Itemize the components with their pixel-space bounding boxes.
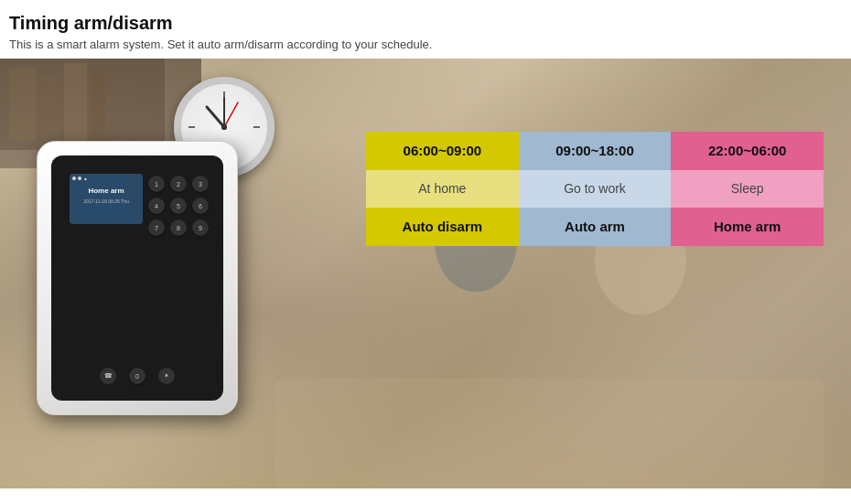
screen-date-text: 2017-11-18 09:25 Thu [70, 198, 143, 205]
screen-status-bar: ▲ [70, 174, 143, 183]
screen-wifi-icon: ▲ [83, 176, 88, 181]
svg-line-14 [207, 107, 224, 127]
alarm-device: ▲ Home arm 2017-11-18 09:25 Thu 1 2 3 4 … [37, 86, 256, 424]
screen-dot-2 [78, 177, 81, 180]
key-4[interactable]: 4 [148, 198, 165, 214]
svg-line-16 [224, 102, 238, 127]
schedule-label-row: At home Go to work Sleep [366, 170, 824, 208]
svg-point-17 [221, 124, 227, 130]
schedule-action-3: Home arm [671, 208, 824, 246]
key-9[interactable]: 9 [192, 220, 209, 236]
device-screen: ▲ Home arm 2017-11-18 09:25 Thu [70, 174, 143, 224]
schedule-table: 06:00~09:00 09:00~18:00 22:00~06:00 At h… [366, 132, 824, 246]
schedule-label-2: Go to work [519, 170, 672, 208]
key-3[interactable]: 3 [192, 176, 209, 192]
screen-dot-1 [72, 177, 76, 180]
device-inner: ▲ Home arm 2017-11-18 09:25 Thu 1 2 3 4 … [51, 155, 223, 401]
page-title: Timing arm/disarm [9, 13, 842, 34]
key-call-icon[interactable]: ☎ [100, 368, 116, 384]
key-8[interactable]: 8 [170, 220, 187, 236]
keypad-bottom-row: ☎ 0 ✶ [100, 368, 175, 384]
screen-main-text: Home arm [70, 183, 143, 198]
key-5[interactable]: 5 [170, 198, 187, 214]
schedule-time-1: 06:00~09:00 [366, 132, 519, 170]
schedule-label-1: At home [366, 170, 519, 208]
key-2[interactable]: 2 [170, 176, 187, 192]
svg-rect-5 [275, 379, 824, 488]
schedule-time-2: 09:00~18:00 [519, 132, 672, 170]
device-body: ▲ Home arm 2017-11-18 09:25 Thu 1 2 3 4 … [37, 141, 238, 415]
key-star-icon[interactable]: ✶ [158, 368, 175, 384]
schedule-label-3: Sleep [671, 170, 824, 208]
schedule-time-row: 06:00~09:00 09:00~18:00 22:00~06:00 [366, 132, 824, 170]
svg-rect-1 [9, 68, 37, 141]
page-subtitle: This is a smart alarm system. Set it aut… [9, 38, 842, 51]
image-container: ▲ Home arm 2017-11-18 09:25 Thu 1 2 3 4 … [0, 59, 851, 488]
schedule-action-row: Auto disarm Auto arm Home arm [366, 208, 824, 246]
key-7[interactable]: 7 [148, 220, 165, 236]
schedule-action-2: Auto arm [519, 208, 672, 246]
page-header: Timing arm/disarm This is a smart alarm … [0, 0, 851, 59]
keypad: 1 2 3 4 5 6 7 8 9 [148, 176, 209, 258]
schedule-action-1: Auto disarm [366, 208, 519, 246]
key-6[interactable]: 6 [192, 198, 209, 214]
key-zero[interactable]: 0 [129, 368, 145, 384]
key-1[interactable]: 1 [148, 176, 165, 192]
schedule-time-3: 22:00~06:00 [671, 132, 824, 170]
